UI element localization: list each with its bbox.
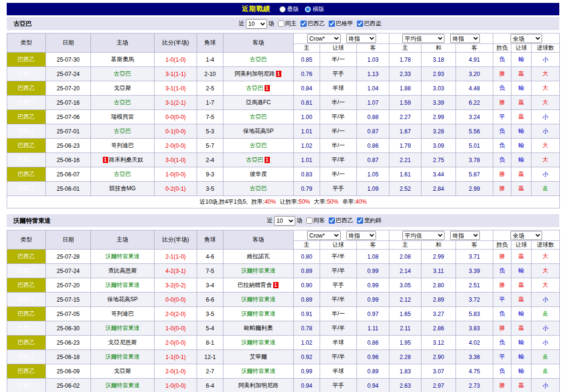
col-score: 比分(半场): [155, 33, 197, 53]
filter-checkbox[interactable]: [300, 21, 307, 27]
view-option-horizontal[interactable]: 橫版: [305, 5, 324, 13]
average-select[interactable]: 平均值: [402, 231, 444, 240]
league-tag: 巴西乙: [7, 153, 46, 167]
asian-handicap-line: 半/一: [320, 139, 357, 153]
filter-checkbox[interactable]: [357, 218, 363, 224]
result-outcome: 勝: [493, 278, 511, 293]
home-team-cell: 古亞巴: [91, 167, 155, 182]
score: 2-0(1-0): [155, 364, 197, 379]
asian-away-water: 1.13: [357, 67, 389, 81]
team-name: 戈亞斯: [114, 368, 131, 374]
filter-option[interactable]: 同客: [306, 217, 325, 225]
result-goals: 小: [532, 321, 560, 336]
scope-select[interactable]: 全场: [511, 34, 542, 43]
match-date: 25-06-16: [46, 153, 91, 167]
horizontal-view-radio[interactable]: [305, 6, 311, 12]
league-tag: 巴西乙: [7, 379, 46, 392]
match-date: 25-07-24: [46, 67, 91, 81]
filter-checkbox[interactable]: [329, 218, 335, 224]
asian-away-water: 0.99: [357, 264, 389, 278]
euro-draw-odds: 2.84: [422, 182, 456, 196]
filter-option[interactable]: 里約錦: [357, 217, 381, 225]
final-index-select[interactable]: 终指: [450, 231, 480, 240]
euro-home-odds: 2.14: [389, 264, 422, 278]
asian-away-water: 0.94: [357, 379, 389, 392]
score: 2-1(1-0): [155, 250, 197, 264]
col-corner: 角球: [197, 33, 223, 53]
asian-home-water: 0.80: [294, 250, 320, 264]
team-name: 競技會MG: [109, 185, 135, 192]
team-name: 哥列迪巴: [111, 142, 134, 149]
euro-home-odds: 1.78: [389, 53, 422, 67]
asian-home-water: 1.01: [294, 124, 320, 139]
stacked-view-label: 疊版: [288, 5, 299, 13]
bookmaker-select[interactable]: Crow*: [307, 231, 341, 240]
final-index-select[interactable]: 终指: [346, 231, 376, 240]
team-name: 古亞巴: [246, 85, 264, 91]
filter-checkbox[interactable]: [306, 218, 312, 224]
red-card-badge: 1: [103, 157, 108, 163]
corners: 2-7: [197, 364, 223, 379]
euro-draw-odds: 3.39: [422, 96, 456, 110]
filter-option[interactable]: 同主: [278, 20, 297, 28]
filter-checkbox[interactable]: [329, 21, 335, 27]
match-count-select[interactable]: 10: [246, 19, 267, 29]
topbar: 近期戰績 疊版 橫版: [7, 3, 559, 15]
result-handicap: 輸: [511, 364, 532, 379]
team-name: 保地花高SP: [243, 128, 274, 134]
filter-label: 巴西乙: [308, 20, 325, 28]
euro-draw-odds: 2.90: [422, 350, 456, 364]
col-result: 胜负: [493, 44, 511, 53]
team-name: 彼辛度: [250, 171, 267, 177]
filter-checkbox[interactable]: [278, 21, 284, 27]
bookmaker-select[interactable]: Crow*: [307, 34, 341, 43]
asian-home-water: 0.79: [294, 182, 320, 196]
home-team-cell: 古亞巴: [91, 67, 155, 81]
league-tag: 巴西乙: [7, 336, 46, 350]
asian-handicap-line: 平手: [320, 182, 357, 196]
col-euro-draw: 和: [422, 241, 456, 250]
final-index-select[interactable]: 终指: [346, 34, 376, 43]
score: 1-0(1-0): [155, 53, 197, 67]
match-date: 25-07-20: [46, 81, 91, 96]
col-type: 类型: [7, 33, 46, 53]
euro-draw-odds: 3.03: [422, 81, 456, 96]
match-row: 巴西乙25-06-161路禾利桑天奴3-0(1-0)2-4古亞巴11.01平/半…: [7, 153, 560, 167]
col-euro-home: 主: [389, 241, 422, 250]
score: 1-0(0-0): [155, 321, 197, 336]
asian-handicap-line: 半/一: [320, 96, 357, 110]
asian-handicap-line: 半球: [320, 336, 357, 350]
scope-select[interactable]: 全场: [511, 231, 542, 240]
filter-checkbox[interactable]: [357, 21, 363, 27]
match-count-select[interactable]: 10: [274, 216, 295, 226]
corners: 1-7: [197, 96, 223, 110]
league-tag: 巴西乙: [7, 124, 46, 139]
match-row: 巴西乙25-06-18沃爾特雷東達1-1(0-1)12-1艾華爾0.92平/半0…: [7, 350, 560, 364]
average-select[interactable]: 平均值: [402, 34, 444, 43]
filter-option[interactable]: 巴西盃: [357, 20, 381, 28]
home-team-cell: 沃爾特雷東達: [91, 250, 155, 264]
team-name: 古亞巴: [250, 113, 267, 120]
team-name: 沃爾特雷東達: [241, 310, 276, 317]
match-date: 25-07-15: [46, 293, 91, 307]
match-row: 巴西乙25-07-01古亞巴0-1(0-0)5-3保地花高SP1.01半/一0.…: [7, 124, 560, 139]
filter-option[interactable]: 巴西乙: [329, 217, 353, 225]
result-outcome: 勝: [493, 182, 511, 196]
filter-option[interactable]: 巴西乙: [300, 20, 325, 28]
league-tag: 巴西乙: [7, 67, 46, 81]
result-goals: 大: [532, 81, 560, 96]
team-name-heading: 沃爾特雷東達: [13, 217, 51, 225]
stacked-view-radio[interactable]: [279, 6, 286, 12]
final-index-select[interactable]: 终指: [450, 34, 480, 43]
filter-option[interactable]: 巴格甲: [329, 20, 353, 28]
result-outcome: 勝: [493, 96, 511, 110]
corners: 9-3: [197, 167, 223, 182]
home-team-cell: 戈亞斯: [91, 81, 155, 96]
asian-away-water: 0.86: [357, 139, 389, 153]
view-option-stacked[interactable]: 疊版: [279, 5, 299, 13]
asian-home-water: 0.89: [294, 264, 320, 278]
corners: 3-5: [197, 307, 223, 321]
asian-away-water: 1.05: [357, 167, 389, 182]
home-team-cell: 基斯奧馬: [91, 53, 155, 67]
result-group: 全场: [493, 33, 560, 44]
